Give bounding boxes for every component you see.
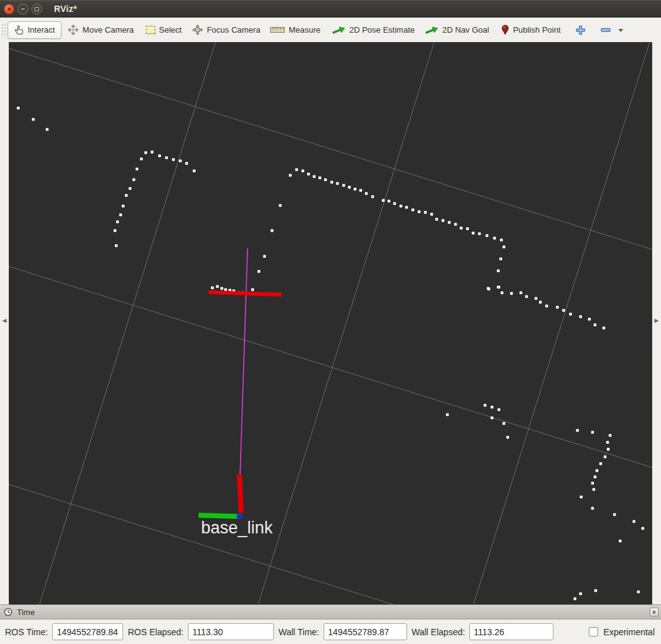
time-panel-title: Time <box>17 608 35 617</box>
laser-scan-point <box>354 188 357 191</box>
wall-time-input[interactable] <box>324 623 407 640</box>
add-tool-button[interactable] <box>576 25 586 35</box>
laser-scan-point <box>122 205 125 208</box>
laser-scan-point <box>140 158 143 161</box>
chevron-down-icon[interactable] <box>618 29 623 32</box>
right-dock-strip: ▶ <box>652 42 661 604</box>
laser-scan-point <box>125 194 128 197</box>
laser-scan-point <box>594 589 598 592</box>
laser-scan-point <box>503 422 506 425</box>
experimental-checkbox[interactable] <box>589 627 598 636</box>
tool-interact[interactable]: Interact <box>8 21 62 39</box>
tool-publish-point-label: Publish Point <box>513 25 560 35</box>
laser-scan-point <box>46 128 49 131</box>
laser-scan-point <box>642 527 645 530</box>
laser-scan-point <box>279 204 282 207</box>
laser-scan-point <box>400 205 403 208</box>
tool-move-camera[interactable]: Move Camera <box>68 25 134 35</box>
laser-scan-point <box>151 151 154 154</box>
crosshair-icon <box>192 25 203 35</box>
tool-focus-camera[interactable]: Focus Camera <box>192 25 260 35</box>
laser-scan-point <box>348 186 351 189</box>
laser-scan-point <box>359 189 363 192</box>
laser-scan-point <box>579 592 582 596</box>
laser-scan-point <box>211 287 214 290</box>
render-area: ◀ base_link ▶ <box>0 42 661 604</box>
laser-scan-point <box>591 482 594 485</box>
laser-scan-point <box>129 187 132 190</box>
laser-scan-point <box>604 456 607 459</box>
tool-publish-point[interactable]: Publish Point <box>501 25 560 35</box>
viewport-background <box>9 42 652 604</box>
laser-scan-point <box>145 151 148 155</box>
laser-scan-point <box>609 434 612 437</box>
right-panel-collapse-arrow[interactable]: ▶ <box>652 317 661 324</box>
laser-scan-point <box>324 178 327 182</box>
laser-scan-point <box>591 507 594 510</box>
laser-scan-point <box>497 270 500 273</box>
laser-scan-point <box>418 210 421 214</box>
laser-scan-point <box>472 232 475 235</box>
green-arrow-icon <box>332 25 346 35</box>
laser-scan-point <box>115 244 118 248</box>
time-panel-close-button[interactable]: × <box>650 608 658 616</box>
ros-elapsed-input[interactable] <box>188 623 274 640</box>
tool-select[interactable]: Select <box>146 25 182 35</box>
plus-icon <box>576 25 586 35</box>
laser-scan-point <box>594 324 597 327</box>
viewport-canvas[interactable]: base_link <box>9 42 652 604</box>
ros-time-input[interactable] <box>52 623 123 640</box>
laser-scan-point <box>525 295 528 298</box>
window-titlebar: × − RViz* <box>0 0 661 18</box>
left-panel-collapse-arrow[interactable]: ◀ <box>0 317 9 324</box>
clock-icon <box>4 608 13 616</box>
window-minimize-button[interactable]: − <box>18 4 28 14</box>
laser-scan-point <box>136 168 139 171</box>
laser-scan-point <box>393 202 396 205</box>
tool-2d-pose-estimate[interactable]: 2D Pose Estimate <box>332 25 415 35</box>
laser-scan-point <box>501 292 504 295</box>
laser-scan-point <box>446 413 449 417</box>
tool-2d-nav-goal[interactable]: 2D Nav Goal <box>425 25 489 35</box>
experimental-label: Experimental <box>603 627 655 637</box>
laser-scan-point <box>466 227 469 231</box>
tool-move-camera-label: Move Camera <box>82 25 134 35</box>
tool-focus-camera-label: Focus Camera <box>207 25 260 35</box>
window-close-button[interactable]: × <box>4 4 14 14</box>
laser-scan-point <box>116 221 119 224</box>
experimental-option: Experimental <box>589 627 655 637</box>
tool-interact-label: Interact <box>28 25 55 35</box>
wall-elapsed-input[interactable] <box>469 623 554 640</box>
laser-scan-point <box>607 448 610 451</box>
minus-icon <box>601 28 611 33</box>
laser-scan-point <box>313 175 316 178</box>
laser-scan-point <box>193 170 196 173</box>
laser-scan-point <box>330 181 334 184</box>
laser-scan-point <box>119 214 123 217</box>
laser-scan-point <box>342 184 346 187</box>
laser-scan-point <box>491 406 494 409</box>
laser-scan-point <box>594 476 597 479</box>
laser-scan-point <box>498 408 501 412</box>
laser-scan-point <box>556 306 559 309</box>
tool-measure[interactable]: Measure <box>270 25 320 35</box>
tool-toolbar: Interact Move Camera Select <box>0 18 661 42</box>
laser-scan-point <box>251 288 254 292</box>
left-dock-strip: ◀ <box>0 42 9 604</box>
ros-time-label: ROS Time: <box>5 627 48 637</box>
laser-scan-point <box>493 237 496 240</box>
laser-scan-point <box>484 404 487 407</box>
laser-scan-point <box>179 160 182 163</box>
toolbar-grip-icon[interactable] <box>1 23 6 37</box>
laser-scan-point <box>599 462 603 466</box>
laser-scan-point <box>172 158 175 161</box>
laser-scan-point <box>506 436 510 439</box>
laser-scan-point <box>596 469 599 472</box>
laser-scan-point <box>510 292 513 295</box>
laser-scan-point <box>224 288 227 292</box>
window-maximize-button[interactable] <box>31 4 42 14</box>
laser-scan-point <box>17 107 20 110</box>
rviz-window: × − RViz* Interact <box>0 0 661 644</box>
remove-tool-button[interactable] <box>601 28 623 33</box>
laser-scan-point <box>488 288 491 291</box>
